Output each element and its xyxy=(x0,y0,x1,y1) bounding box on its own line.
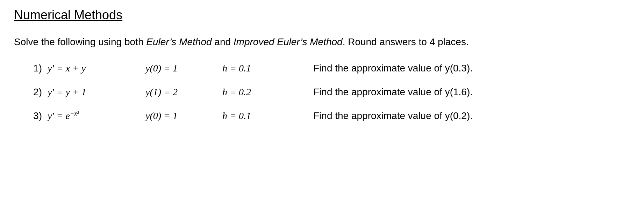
problem-step-3: h = 0.1 xyxy=(222,110,285,122)
intro-paragraph: Solve the following using both Euler’s M… xyxy=(14,35,630,49)
problem-row-1: 1) y′ = x + y y(0) = 1 h = 0.1 Find the … xyxy=(21,63,630,74)
intro-text-before: Solve the following using both xyxy=(14,36,146,47)
problem-find-2: Find the approximate value of y(1.6). xyxy=(313,86,630,98)
page-title: Numerical Methods xyxy=(14,8,630,22)
euler-method-1: Euler’s Method xyxy=(146,36,212,47)
problem-step-2: h = 0.2 xyxy=(222,86,285,98)
problem-initial-2: y(1) = 2 xyxy=(145,86,215,98)
problem-equation-2: y′ = y + 1 xyxy=(48,86,138,98)
problem-initial-1: y(0) = 1 xyxy=(145,63,215,74)
problem-equation-3: y′ = e−x² xyxy=(48,110,138,122)
problem-number-1: 1) xyxy=(21,63,42,74)
problem-number-3: 3) xyxy=(21,110,42,122)
problem-initial-3: y(0) = 1 xyxy=(145,110,215,122)
problem-find-1: Find the approximate value of y(0.3). xyxy=(313,63,630,74)
intro-text-middle: and xyxy=(212,36,234,47)
problem-row-3: 3) y′ = e−x² y(0) = 1 h = 0.1 Find the a… xyxy=(21,110,630,122)
problem-number-2: 2) xyxy=(21,86,42,98)
problems-list: 1) y′ = x + y y(0) = 1 h = 0.1 Find the … xyxy=(14,63,630,122)
problem-row-2: 2) y′ = y + 1 y(1) = 2 h = 0.2 Find the … xyxy=(21,86,630,98)
problem-step-1: h = 0.1 xyxy=(222,63,285,74)
intro-text-after: . Round answers to 4 places. xyxy=(343,36,469,47)
euler-method-2: Improved Euler’s Method xyxy=(234,36,343,47)
problem-find-3: Find the approximate value of y(0.2). xyxy=(313,110,630,122)
problem-equation-1: y′ = x + y xyxy=(48,63,138,74)
